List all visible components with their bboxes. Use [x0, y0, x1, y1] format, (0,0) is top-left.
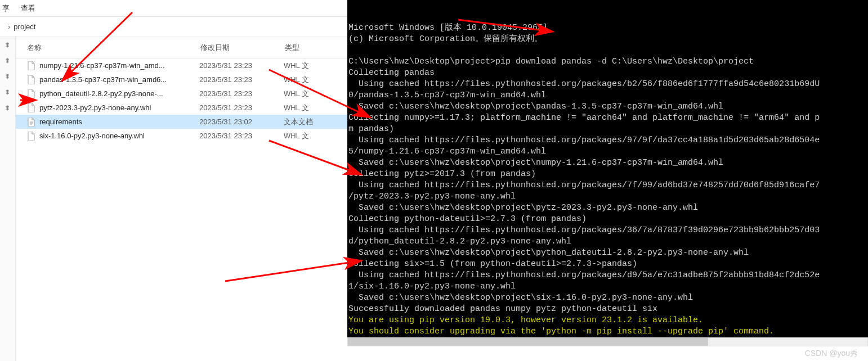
- file-row[interactable]: requirements2023/5/31 23:02文本文档: [16, 115, 349, 129]
- file-date: 2023/5/31 23:23: [199, 103, 284, 112]
- horizontal-scrollbar[interactable]: [347, 337, 868, 346]
- terminal-line: Collecting pandas: [348, 67, 867, 79]
- pin-icon[interactable]: [0, 37, 16, 53]
- file-name: python_dateutil-2.8.2-py2.py3-none-...: [39, 89, 199, 98]
- terminal-line: Using cached https://files.pythonhosted.…: [348, 135, 867, 146]
- file-date: 2023/5/31 23:23: [199, 75, 284, 84]
- terminal-line: Saved c:\users\hwz\desktop\project\numpy…: [348, 157, 867, 169]
- file-name: six-1.16.0-py2.py3-none-any.whl: [39, 132, 199, 140]
- terminal-line: Collecting python-dateutil>=2.7.3 (from …: [348, 214, 867, 225]
- col-name-header[interactable]: 名称: [16, 43, 200, 53]
- terminal-line: You are using pip version 19.0.3, howeve…: [348, 315, 867, 326]
- file-icon: [27, 75, 36, 84]
- file-row[interactable]: pytz-2023.3-py2.py3-none-any.whl2023/5/3…: [16, 101, 349, 115]
- file-row[interactable]: numpy-1.21.6-cp37-cp37m-win_amd...2023/5…: [16, 58, 349, 73]
- terminal-line: Saved c:\users\hwz\desktop\project\pytz-…: [348, 202, 867, 214]
- file-type: WHL 文: [284, 131, 309, 141]
- file-type: WHL 文: [284, 75, 309, 85]
- file-type: WHL 文: [284, 61, 309, 71]
- file-icon: [27, 61, 36, 70]
- file-name: numpy-1.21.6-cp37-cp37m-win_amd...: [39, 61, 199, 70]
- file-row[interactable]: pandas-1.3.5-cp37-cp37m-win_amd6...2023/…: [16, 73, 349, 87]
- scrollbar-thumb[interactable]: [348, 338, 708, 346]
- terminal-line: [348, 45, 867, 56]
- file-type: 文本文档: [284, 117, 313, 127]
- file-date: 2023/5/31 23:23: [199, 132, 284, 140]
- terminal-line: Saved c:\users\hwz\desktop\project\six-1…: [348, 292, 867, 304]
- terminal-line: C:\Users\hwz\Desktop\project>pip downloa…: [348, 56, 867, 67]
- command-prompt[interactable]: Microsoft Windows [版本 10.0.19045.2965](c…: [347, 0, 868, 337]
- terminal-line: 1/six-1.16.0-py2.py3-none-any.whl: [348, 281, 867, 292]
- pin-icon[interactable]: [0, 69, 16, 84]
- terminal-line: Saved c:\users\hwz\desktop\project\panda…: [348, 101, 867, 112]
- terminal-line: Collecting pytz>=2017.3 (from pandas): [348, 169, 867, 180]
- breadcrumb-folder[interactable]: project: [14, 22, 35, 31]
- file-type: WHL 文: [284, 89, 309, 99]
- ribbon-bar: 享 查看: [0, 0, 349, 17]
- terminal-line: 5/numpy-1.21.6-cp37-cp37m-win_amd64.whl: [348, 146, 867, 157]
- col-date-header[interactable]: 修改日期: [200, 43, 285, 53]
- terminal-line: /pytz-2023.3-py2.py3-none-any.whl: [348, 191, 867, 202]
- chevron-right-icon: ›: [8, 22, 10, 31]
- file-name: pandas-1.3.5-cp37-cp37m-win_amd6...: [39, 75, 199, 84]
- terminal-line: Successfully downloaded pandas numpy pyt…: [348, 304, 867, 315]
- file-list[interactable]: 名称 修改日期 类型 numpy-1.21.6-cp37-cp37m-win_a…: [16, 37, 349, 361]
- file-name: requirements: [39, 118, 199, 126]
- terminal-line: You should consider upgrading via the 'p…: [348, 326, 867, 337]
- file-type: WHL 文: [284, 103, 309, 113]
- file-name: pytz-2023.3-py2.py3-none-any.whl: [39, 103, 199, 112]
- file-row[interactable]: python_dateutil-2.8.2-py2.py3-none-...20…: [16, 87, 349, 101]
- file-row[interactable]: six-1.16.0-py2.py3-none-any.whl2023/5/31…: [16, 129, 349, 143]
- terminal-line: 0/pandas-1.3.5-cp37-cp37m-win_amd64.whl: [348, 90, 867, 101]
- quick-access-bar: [0, 37, 16, 361]
- terminal-line: Collecting six>=1.5 (from python-dateuti…: [348, 259, 867, 270]
- col-type-header[interactable]: 类型: [285, 43, 349, 53]
- terminal-line: m pandas): [348, 124, 867, 135]
- file-icon: [27, 103, 36, 112]
- file-explorer: 享 查看 › project 名称 修改日期 类型 numpy-1.21.6-c…: [0, 0, 349, 361]
- terminal-line: Microsoft Windows [版本 10.0.19045.2965]: [348, 22, 867, 34]
- pin-icon[interactable]: [0, 53, 16, 69]
- terminal-line: Collecting numpy>=1.17.3; platform_machi…: [348, 112, 867, 124]
- file-date: 2023/5/31 23:02: [199, 118, 284, 126]
- terminal-line: Using cached https://files.pythonhosted.…: [348, 180, 867, 191]
- file-icon: [27, 89, 36, 98]
- watermark: CSDN @you秀: [802, 348, 861, 360]
- terminal-line: Using cached https://files.pythonhosted.…: [348, 79, 867, 90]
- terminal-line: Saved c:\users\hwz\desktop\project\pytho…: [348, 247, 867, 259]
- terminal-line: d/python_dateutil-2.8.2-py2.py3-none-any…: [348, 236, 867, 247]
- file-date: 2023/5/31 23:23: [199, 89, 284, 98]
- file-date: 2023/5/31 23:23: [199, 61, 284, 70]
- pin-icon[interactable]: [0, 100, 16, 116]
- pin-icon[interactable]: [0, 84, 16, 100]
- ribbon-view[interactable]: 查看: [21, 3, 35, 13]
- ribbon-share[interactable]: 享: [2, 3, 10, 13]
- address-bar[interactable]: › project: [0, 17, 349, 37]
- terminal-line: Using cached https://files.pythonhosted.…: [348, 270, 867, 281]
- terminal-line: (c) Microsoft Corporation。保留所有权利。: [348, 34, 867, 45]
- file-icon: [27, 118, 36, 127]
- terminal-line: Using cached https://files.pythonhosted.…: [348, 225, 867, 236]
- column-headers: 名称 修改日期 类型: [16, 37, 349, 58]
- file-icon: [27, 132, 36, 141]
